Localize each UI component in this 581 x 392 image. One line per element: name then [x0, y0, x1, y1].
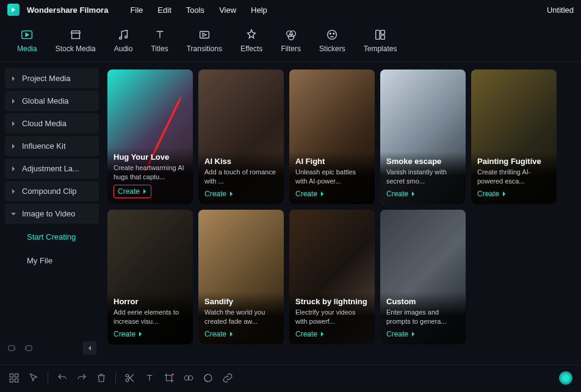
- card-desc: Electrify your videos with powerf...: [295, 308, 369, 326]
- chevron-right-icon: [142, 189, 147, 194]
- folder-export-icon[interactable]: [23, 343, 33, 353]
- sidebar-sub-my-file[interactable]: My File: [5, 250, 99, 271]
- redo-icon[interactable]: [76, 372, 87, 383]
- tab-audio-label: Audio: [114, 45, 133, 53]
- folder-import-icon[interactable]: [7, 343, 17, 353]
- chevron-right-icon: [11, 189, 16, 194]
- tab-templates[interactable]: Templates: [364, 28, 397, 53]
- sidebar-item-adjustment-layer[interactable]: Adjustment La...: [5, 159, 99, 179]
- create-label: Create: [295, 330, 317, 338]
- tab-transitions[interactable]: Transitions: [187, 28, 222, 53]
- text-tool-icon[interactable]: [144, 372, 155, 383]
- undo-icon[interactable]: [57, 372, 68, 383]
- crop-icon[interactable]: [164, 372, 175, 383]
- bottom-toolbar: [0, 365, 581, 390]
- card-overlay: Custom Enter images and prompts to gener…: [380, 292, 466, 344]
- sidebar-item-influence-kit[interactable]: Influence Kit: [5, 136, 99, 156]
- card-overlay: Struck by lightning Electrify your video…: [289, 292, 375, 344]
- main-area: Project Media Global Media Cloud Media I…: [0, 62, 581, 365]
- card-desc: Enter images and prompts to genera...: [386, 308, 460, 326]
- separator: [115, 372, 116, 383]
- color-icon[interactable]: [203, 372, 214, 383]
- sidebar-item-label: Global Media: [22, 96, 69, 105]
- menu-tools[interactable]: Tools: [186, 5, 204, 15]
- menu-view[interactable]: View: [219, 5, 236, 15]
- card-title: AI Fight: [295, 157, 369, 166]
- svg-point-23: [172, 373, 174, 375]
- create-button[interactable]: Create: [386, 190, 416, 198]
- store-icon: [69, 28, 82, 41]
- tab-stickers[interactable]: Stickers: [319, 28, 345, 53]
- collapse-sidebar-button[interactable]: [83, 341, 96, 355]
- template-card-smoke-escape[interactable]: Smoke escape Vanish instantly with secre…: [380, 69, 466, 204]
- title-bar: Wondershare Filmora File Edit Tools View…: [0, 0, 581, 20]
- pointer-icon[interactable]: [28, 372, 39, 383]
- menu-edit[interactable]: Edit: [157, 5, 171, 15]
- sidebar-item-label: Image to Video: [22, 209, 75, 218]
- svg-point-1: [120, 37, 122, 40]
- menu-file[interactable]: File: [130, 5, 143, 15]
- create-button[interactable]: Create: [295, 330, 325, 338]
- template-card-ai-fight[interactable]: AI Fight Unleash epic battles with AI-po…: [289, 69, 375, 204]
- separator: [48, 372, 48, 383]
- grid-icon[interactable]: [9, 372, 20, 383]
- create-button[interactable]: Create: [204, 330, 234, 338]
- sidebar-item-compound-clip[interactable]: Compound Clip: [5, 181, 99, 201]
- svg-rect-19: [10, 379, 13, 382]
- transitions-icon: [198, 28, 211, 41]
- chevron-right-icon: [411, 191, 416, 196]
- template-card-sandify[interactable]: Sandify Watch the world you created fade…: [198, 210, 284, 344]
- sidebar-item-label: Project Media: [22, 74, 70, 83]
- chevron-right-icon: [320, 332, 325, 337]
- template-card-ai-kiss[interactable]: AI Kiss Add a touch of romance with ... …: [198, 69, 284, 204]
- tab-audio[interactable]: Audio: [114, 28, 133, 53]
- tab-media[interactable]: Media: [17, 28, 37, 53]
- app-logo-icon: [7, 4, 20, 16]
- template-card-hug-your-love[interactable]: Hug Your Love Create heartwarming AI hug…: [107, 69, 193, 204]
- create-button[interactable]: Create: [114, 330, 143, 338]
- chevron-right-icon: [138, 332, 143, 337]
- card-desc: Create thrilling AI-powered esca...: [477, 168, 550, 185]
- template-card-custom[interactable]: Custom Enter images and prompts to gener…: [380, 210, 466, 344]
- template-card-painting-fugitive[interactable]: Painting Fugitive Create thrilling AI-po…: [471, 69, 557, 204]
- create-button[interactable]: Create: [204, 190, 234, 198]
- svg-rect-12: [381, 35, 384, 39]
- create-button[interactable]: Create: [295, 190, 325, 198]
- chevron-right-icon: [229, 332, 234, 337]
- sidebar-item-project-media[interactable]: Project Media: [5, 68, 99, 88]
- create-button[interactable]: Create: [114, 185, 151, 198]
- stickers-icon: [325, 28, 339, 41]
- template-card-struck-by-lightning[interactable]: Struck by lightning Electrify your video…: [289, 210, 375, 344]
- template-card-horror[interactable]: Horror Add eerie elements to increase vi…: [107, 210, 193, 344]
- card-desc: Watch the world you created fade aw...: [204, 308, 278, 326]
- tab-effects[interactable]: Effects: [240, 28, 262, 53]
- tab-stock-media[interactable]: Stock Media: [56, 28, 96, 53]
- chevron-right-icon: [11, 144, 16, 149]
- tab-titles[interactable]: Titles: [151, 28, 168, 53]
- create-button[interactable]: Create: [477, 190, 507, 198]
- assistant-icon[interactable]: [559, 371, 572, 385]
- text-icon: [153, 28, 167, 41]
- card-overlay: Hug Your Love Create heartwarming AI hug…: [107, 148, 193, 204]
- card-title: Smoke escape: [386, 157, 460, 166]
- sidebar-item-global-media[interactable]: Global Media: [5, 91, 99, 111]
- create-label: Create: [204, 190, 226, 198]
- create-label: Create: [477, 190, 499, 198]
- sidebar-item-image-to-video[interactable]: Image to Video: [5, 204, 99, 224]
- tab-filters[interactable]: Filters: [281, 28, 301, 53]
- svg-rect-10: [376, 30, 380, 40]
- trash-icon[interactable]: [96, 372, 107, 383]
- svg-rect-20: [15, 379, 18, 382]
- sidebar-item-cloud-media[interactable]: Cloud Media: [5, 113, 99, 134]
- scissors-icon[interactable]: [125, 372, 135, 383]
- create-button[interactable]: Create: [386, 330, 416, 338]
- card-title: AI Kiss: [204, 157, 278, 166]
- menu-help[interactable]: Help: [251, 5, 267, 15]
- link-icon[interactable]: [222, 372, 233, 383]
- card-desc: Add eerie elements to increase visu...: [114, 308, 187, 326]
- sidebar-sub-start-creating[interactable]: Start Creating: [5, 226, 99, 248]
- chevron-left-icon: [87, 346, 92, 351]
- speed-icon[interactable]: [183, 372, 194, 383]
- svg-rect-17: [10, 374, 13, 377]
- sidebar-item-label: Adjustment La...: [22, 164, 79, 173]
